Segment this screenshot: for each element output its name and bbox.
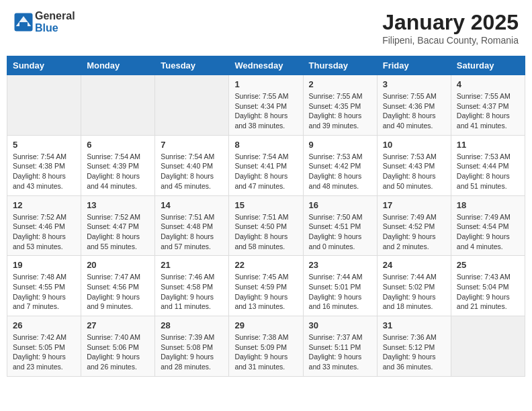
calendar-cell: 8Sunrise: 7:54 AMSunset: 4:41 PMDaylight… xyxy=(229,135,303,195)
calendar-cell: 5Sunrise: 7:54 AMSunset: 4:38 PMDaylight… xyxy=(7,135,81,195)
day-info: Sunrise: 7:47 AMSunset: 4:56 PMDaylight:… xyxy=(87,272,149,312)
calendar-cell: 25Sunrise: 7:43 AMSunset: 5:04 PMDayligh… xyxy=(451,256,525,316)
calendar-cell: 14Sunrise: 7:51 AMSunset: 4:48 PMDayligh… xyxy=(155,195,229,256)
weekday-header-row: SundayMondayTuesdayWednesdayThursdayFrid… xyxy=(7,56,525,75)
calendar-cell: 23Sunrise: 7:44 AMSunset: 5:01 PMDayligh… xyxy=(303,256,377,316)
calendar-cell: 12Sunrise: 7:52 AMSunset: 4:46 PMDayligh… xyxy=(7,195,81,256)
calendar-cell xyxy=(451,316,525,377)
day-info: Sunrise: 7:53 AMSunset: 4:42 PMDaylight:… xyxy=(309,152,371,191)
day-info: Sunrise: 7:45 AMSunset: 4:59 PMDaylight:… xyxy=(234,272,297,312)
day-info: Sunrise: 7:52 AMSunset: 4:47 PMDaylight:… xyxy=(87,212,149,252)
calendar-cell xyxy=(81,75,155,136)
day-info: Sunrise: 7:49 AMSunset: 4:52 PMDaylight:… xyxy=(383,212,445,252)
day-info: Sunrise: 7:50 AMSunset: 4:51 PMDaylight:… xyxy=(309,212,371,252)
calendar-week-2: 5Sunrise: 7:54 AMSunset: 4:38 PMDaylight… xyxy=(7,135,525,195)
logo: General Blue xyxy=(13,10,75,34)
day-number: 8 xyxy=(234,140,297,150)
day-number: 27 xyxy=(87,320,149,330)
weekday-header-wednesday: Wednesday xyxy=(229,56,303,75)
day-number: 26 xyxy=(13,320,75,330)
day-number: 18 xyxy=(457,200,519,210)
day-info: Sunrise: 7:38 AMSunset: 5:09 PMDaylight:… xyxy=(234,332,297,372)
day-info: Sunrise: 7:39 AMSunset: 5:08 PMDaylight:… xyxy=(161,332,223,372)
day-number: 3 xyxy=(383,79,445,89)
calendar-cell: 18Sunrise: 7:49 AMSunset: 4:54 PMDayligh… xyxy=(451,195,525,256)
day-info: Sunrise: 7:46 AMSunset: 4:58 PMDaylight:… xyxy=(161,272,223,312)
day-number: 25 xyxy=(457,260,519,270)
day-info: Sunrise: 7:42 AMSunset: 5:05 PMDaylight:… xyxy=(13,332,75,372)
day-info: Sunrise: 7:51 AMSunset: 4:48 PMDaylight:… xyxy=(161,212,223,252)
day-info: Sunrise: 7:52 AMSunset: 4:46 PMDaylight:… xyxy=(13,212,75,252)
calendar-cell: 4Sunrise: 7:55 AMSunset: 4:37 PMDaylight… xyxy=(451,75,525,136)
calendar-cell: 3Sunrise: 7:55 AMSunset: 4:36 PMDaylight… xyxy=(377,75,451,136)
calendar-cell: 10Sunrise: 7:53 AMSunset: 4:43 PMDayligh… xyxy=(377,135,451,195)
day-number: 5 xyxy=(13,140,75,150)
day-info: Sunrise: 7:54 AMSunset: 4:39 PMDaylight:… xyxy=(87,152,149,191)
calendar-cell: 9Sunrise: 7:53 AMSunset: 4:42 PMDaylight… xyxy=(303,135,377,195)
calendar-table: SundayMondayTuesdayWednesdayThursdayFrid… xyxy=(7,56,525,377)
day-number: 21 xyxy=(161,260,223,270)
day-number: 12 xyxy=(13,200,75,210)
day-number: 1 xyxy=(234,79,297,89)
day-number: 20 xyxy=(87,260,149,270)
calendar-cell: 16Sunrise: 7:50 AMSunset: 4:51 PMDayligh… xyxy=(303,195,377,256)
calendar-cell: 17Sunrise: 7:49 AMSunset: 4:52 PMDayligh… xyxy=(377,195,451,256)
day-number: 2 xyxy=(309,79,371,89)
page-header: General Blue January 2025 Filipeni, Baca… xyxy=(7,7,525,49)
day-number: 19 xyxy=(13,260,75,270)
weekday-header-friday: Friday xyxy=(377,56,451,75)
day-number: 13 xyxy=(87,200,149,210)
day-info: Sunrise: 7:51 AMSunset: 4:50 PMDaylight:… xyxy=(234,212,297,252)
day-info: Sunrise: 7:48 AMSunset: 4:55 PMDaylight:… xyxy=(13,272,75,312)
weekday-header-saturday: Saturday xyxy=(451,56,525,75)
weekday-header-thursday: Thursday xyxy=(303,56,377,75)
day-number: 9 xyxy=(309,140,371,150)
day-number: 31 xyxy=(383,320,445,330)
calendar-cell: 27Sunrise: 7:40 AMSunset: 5:06 PMDayligh… xyxy=(81,316,155,377)
day-number: 23 xyxy=(309,260,371,270)
calendar-cell: 22Sunrise: 7:45 AMSunset: 4:59 PMDayligh… xyxy=(229,256,303,316)
day-number: 7 xyxy=(161,140,223,150)
day-number: 11 xyxy=(457,140,519,150)
day-info: Sunrise: 7:55 AMSunset: 4:36 PMDaylight:… xyxy=(383,91,445,131)
calendar-cell: 1Sunrise: 7:55 AMSunset: 4:34 PMDaylight… xyxy=(229,75,303,136)
day-number: 15 xyxy=(234,200,297,210)
day-number: 30 xyxy=(309,320,371,330)
logo-icon xyxy=(13,12,34,32)
day-number: 28 xyxy=(161,320,223,330)
day-info: Sunrise: 7:44 AMSunset: 5:01 PMDaylight:… xyxy=(309,272,371,312)
calendar-cell: 7Sunrise: 7:54 AMSunset: 4:40 PMDaylight… xyxy=(155,135,229,195)
day-number: 17 xyxy=(383,200,445,210)
day-info: Sunrise: 7:55 AMSunset: 4:34 PMDaylight:… xyxy=(234,91,297,131)
day-info: Sunrise: 7:54 AMSunset: 4:41 PMDaylight:… xyxy=(234,152,297,191)
day-number: 16 xyxy=(309,200,371,210)
day-info: Sunrise: 7:44 AMSunset: 5:02 PMDaylight:… xyxy=(383,272,445,312)
day-info: Sunrise: 7:40 AMSunset: 5:06 PMDaylight:… xyxy=(87,332,149,372)
calendar-cell xyxy=(7,75,81,136)
title-block: January 2025 Filipeni, Bacau County, Rom… xyxy=(382,10,519,46)
calendar-cell xyxy=(155,75,229,136)
day-info: Sunrise: 7:55 AMSunset: 4:35 PMDaylight:… xyxy=(309,91,371,131)
day-number: 4 xyxy=(457,79,519,89)
calendar-cell: 29Sunrise: 7:38 AMSunset: 5:09 PMDayligh… xyxy=(229,316,303,377)
weekday-header-monday: Monday xyxy=(81,56,155,75)
calendar-cell: 13Sunrise: 7:52 AMSunset: 4:47 PMDayligh… xyxy=(81,195,155,256)
calendar-week-1: 1Sunrise: 7:55 AMSunset: 4:34 PMDaylight… xyxy=(7,75,525,136)
calendar-cell: 24Sunrise: 7:44 AMSunset: 5:02 PMDayligh… xyxy=(377,256,451,316)
calendar-week-5: 26Sunrise: 7:42 AMSunset: 5:05 PMDayligh… xyxy=(7,316,525,377)
logo-general-text: General xyxy=(35,10,75,21)
calendar-cell: 11Sunrise: 7:53 AMSunset: 4:44 PMDayligh… xyxy=(451,135,525,195)
day-info: Sunrise: 7:55 AMSunset: 4:37 PMDaylight:… xyxy=(457,91,519,131)
calendar-week-3: 12Sunrise: 7:52 AMSunset: 4:46 PMDayligh… xyxy=(7,195,525,256)
day-info: Sunrise: 7:53 AMSunset: 4:44 PMDaylight:… xyxy=(457,152,519,191)
day-info: Sunrise: 7:49 AMSunset: 4:54 PMDaylight:… xyxy=(457,212,519,252)
logo-blue-text: Blue xyxy=(35,22,58,34)
location-title: Filipeni, Bacau County, Romania xyxy=(382,35,519,46)
day-number: 29 xyxy=(234,320,297,330)
day-info: Sunrise: 7:36 AMSunset: 5:12 PMDaylight:… xyxy=(383,332,445,372)
day-info: Sunrise: 7:53 AMSunset: 4:43 PMDaylight:… xyxy=(383,152,445,191)
calendar-cell: 6Sunrise: 7:54 AMSunset: 4:39 PMDaylight… xyxy=(81,135,155,195)
day-info: Sunrise: 7:43 AMSunset: 5:04 PMDaylight:… xyxy=(457,272,519,312)
day-info: Sunrise: 7:54 AMSunset: 4:38 PMDaylight:… xyxy=(13,152,75,191)
calendar-cell: 2Sunrise: 7:55 AMSunset: 4:35 PMDaylight… xyxy=(303,75,377,136)
